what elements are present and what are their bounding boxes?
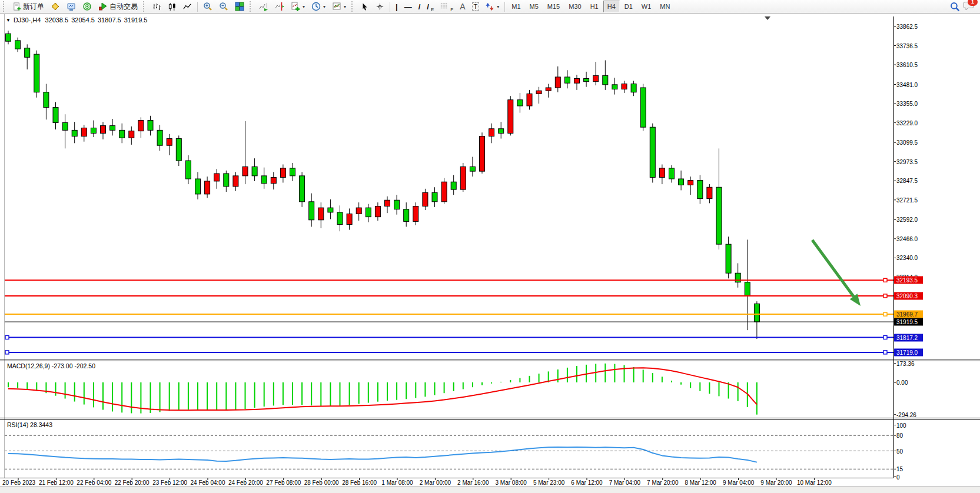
hline-handle[interactable] (883, 351, 887, 354)
time-axis-value: 24 Feb 20:00 (228, 479, 263, 486)
tile-windows-button[interactable] (232, 0, 247, 13)
timeframe-group: M1M5M15M30H1H4D1W1MN (507, 1, 674, 12)
rsi-axis-value: 100 (896, 422, 906, 428)
auto-scroll-button[interactable] (256, 0, 271, 13)
toolbar-separator (504, 2, 505, 12)
tile-windows-icon (235, 2, 244, 11)
price-chart-canvas[interactable] (0, 14, 980, 486)
candle-body (480, 136, 485, 171)
timeframe-button-w1[interactable]: W1 (637, 1, 656, 12)
search-button[interactable] (947, 0, 963, 13)
hline-handle[interactable] (883, 336, 887, 339)
timeframe-button-mn[interactable]: MN (656, 1, 674, 12)
zoom-in-button[interactable] (200, 0, 215, 13)
hline-handle[interactable] (5, 351, 9, 354)
timeframe-button-h1[interactable]: H1 (586, 1, 603, 12)
templates-button[interactable]: ▾ (329, 0, 349, 13)
timeframe-button-m1[interactable]: M1 (507, 1, 524, 12)
time-axis-value: 21 Feb 12:00 (39, 479, 74, 486)
down-arrow-annotation[interactable] (812, 240, 853, 297)
channel-icon: / (427, 2, 429, 11)
timeframe-button-h4[interactable]: H4 (603, 1, 620, 12)
toolbar-grip[interactable] (351, 1, 356, 12)
chart-shift-marker[interactable] (765, 16, 770, 20)
price-axis-value: 32973.5 (896, 158, 918, 165)
chart-collapse-icon[interactable]: ▼ (6, 18, 11, 23)
price-level-label-31919.5: 31919.5 (894, 318, 923, 326)
price-axis-value: 33736.5 (896, 42, 918, 49)
time-axis-value: 9 Mar 04:00 (723, 479, 754, 486)
price-level-label-31719.0: 31719.0 (894, 348, 923, 356)
toolbar: 新订单 自动交易 (0, 0, 980, 14)
template-icon (332, 2, 341, 11)
candle-body (612, 85, 617, 89)
horizontal-line-tool-button[interactable]: — (401, 0, 415, 13)
gold-quotes-button[interactable] (48, 0, 63, 13)
chart-shift-button[interactable] (272, 0, 287, 13)
label-tool-button[interactable]: T (469, 0, 483, 13)
periods-button[interactable]: ▾ (308, 0, 328, 13)
time-axis-value: 7 Mar 20:00 (647, 479, 678, 486)
candle-body (735, 273, 740, 282)
text-tool-button[interactable]: A (457, 0, 468, 13)
signals-button[interactable] (79, 0, 95, 13)
line-chart-button[interactable] (180, 0, 195, 13)
arrows-tool-button[interactable]: ▾ (483, 0, 502, 13)
timeframe-button-m30[interactable]: M30 (564, 1, 585, 12)
candle-body (309, 202, 314, 220)
candle-body (584, 79, 589, 82)
toolbar-grip[interactable] (250, 1, 254, 12)
horizontal-line-icon: — (404, 2, 412, 11)
price-level-label-32193.5: 32193.5 (894, 277, 923, 284)
crosshair-button[interactable] (373, 0, 387, 13)
candle-body (62, 122, 68, 130)
candlestick-chart-button[interactable] (165, 0, 180, 13)
rsi-axis-value: 50 (896, 448, 903, 454)
market-window-button[interactable] (64, 0, 79, 13)
chart-window[interactable]: ▼ DJ30-,H4 32038.5 32054.5 31807.5 31919… (0, 14, 980, 486)
candle-body (366, 208, 371, 217)
timeframe-button-m5[interactable]: M5 (526, 1, 543, 12)
timeframe-button-d1[interactable]: D1 (620, 1, 637, 12)
line-chart-icon (183, 2, 192, 11)
time-axis-value: 6 Mar 12:00 (571, 479, 602, 486)
toolbar-grip[interactable] (3, 1, 7, 12)
candle-body (679, 179, 684, 185)
candle-body (564, 77, 570, 83)
candle-body (441, 182, 447, 202)
cursor-button[interactable] (358, 0, 372, 13)
channel-tool-button[interactable]: /E (424, 0, 437, 13)
hline-handle[interactable] (5, 336, 9, 339)
candle-body (167, 139, 172, 146)
indicators-button[interactable]: ▾ (288, 0, 308, 13)
notifications-button[interactable]: 1 (964, 1, 974, 13)
candle-body (224, 174, 229, 186)
price-level-label-32090.3: 32090.3 (894, 292, 923, 299)
time-axis-value: 9 Mar 20:00 (760, 479, 792, 486)
candle-body (356, 208, 361, 214)
candle-body (423, 192, 428, 206)
hline-handle[interactable] (883, 312, 887, 316)
clock-icon (311, 2, 321, 11)
time-axis-value: 28 Feb 00:00 (304, 479, 339, 486)
trendline-tool-button[interactable]: / (416, 0, 424, 13)
candle-body (707, 187, 712, 198)
time-axis-value: 20 Feb 2023 (2, 479, 35, 486)
candle-body (337, 212, 343, 225)
hline-handle[interactable] (883, 294, 887, 298)
new-order-button[interactable]: 新订单 (9, 0, 47, 13)
hline-handle[interactable] (883, 278, 887, 282)
toolbar-grip[interactable] (143, 1, 147, 12)
candle-body (517, 100, 523, 106)
candle-body (129, 131, 134, 138)
timeframe-button-m15[interactable]: M15 (543, 1, 564, 12)
bar-chart-button[interactable] (150, 0, 164, 13)
price-axis-value: 33862.5 (896, 24, 918, 30)
vertical-line-tool-button[interactable]: | (393, 0, 401, 13)
zoom-out-button[interactable] (216, 0, 231, 13)
candle-body (72, 130, 77, 136)
autotrading-button[interactable]: 自动交易 (95, 0, 141, 13)
candle-body (138, 121, 144, 131)
fibonacci-tool-button[interactable]: F (437, 0, 456, 13)
chevron-down-icon: ▾ (303, 4, 305, 9)
